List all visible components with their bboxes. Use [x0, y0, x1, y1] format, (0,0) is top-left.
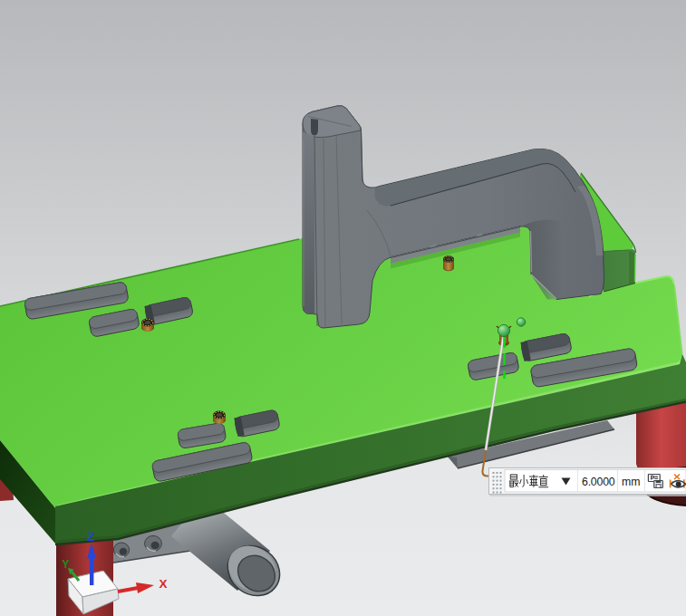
- svg-text:X: X: [159, 577, 167, 591]
- svg-text:Z: Z: [87, 530, 94, 544]
- svg-text:mm: mm: [622, 476, 641, 488]
- svg-text:6.0000: 6.0000: [582, 476, 615, 488]
- svg-text:Y: Y: [62, 558, 70, 571]
